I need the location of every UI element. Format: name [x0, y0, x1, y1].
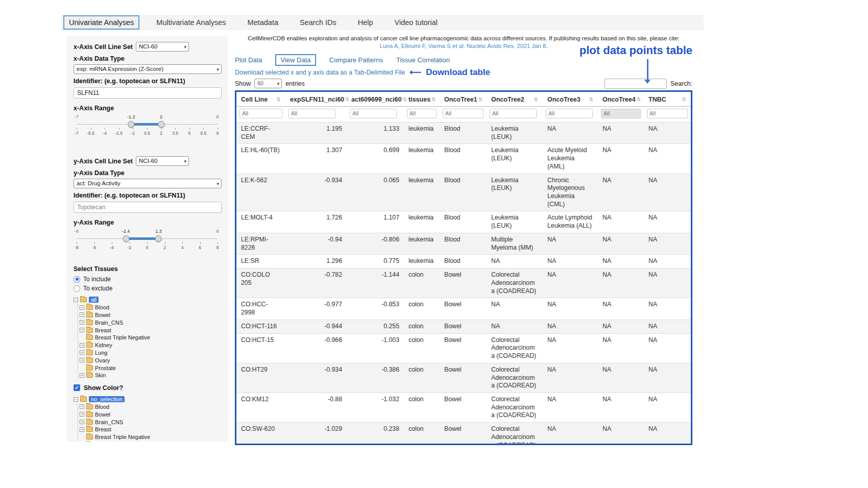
column-header-oncotree3[interactable]: OncoTree3⇅: [543, 92, 598, 107]
column-filter-input-oncotree3[interactable]: [546, 109, 593, 118]
tree-item-skin[interactable]: +Skin: [80, 372, 222, 379]
column-header-act609699-nci60[interactable]: act609699_nci60⇅: [347, 92, 404, 107]
y-range-slider[interactable]: -8-2.41.38-8-6-4-202468: [77, 229, 218, 257]
expand-icon[interactable]: +: [80, 328, 84, 332]
tree-item-brain-cns[interactable]: +Brain_CNS: [80, 319, 222, 326]
column-header-tissues[interactable]: tissues⇅: [404, 92, 440, 107]
table-row[interactable]: LE:RPMI-8226-0.94-0.806leukemiaBloodMult…: [236, 233, 691, 254]
slider-handle[interactable]: [158, 121, 164, 128]
show-color-checkbox-row[interactable]: ✓ Show Color?: [74, 384, 222, 392]
tree-item-breast[interactable]: +Breast: [80, 326, 222, 334]
slider-track[interactable]: [77, 235, 218, 242]
citation-link[interactable]: Luna A, Elloumi F, Varma S et al. Nuclei…: [380, 43, 548, 49]
x-cell-line-set-select[interactable]: NCI-60: [136, 42, 189, 52]
table-row[interactable]: CO:HT29-0.934-0.386colonBowelColorectal …: [236, 363, 691, 393]
column-filter-input-cell-line[interactable]: [239, 109, 282, 118]
table-row[interactable]: CO:COLO 205-0.782-1.144colonBowelColorec…: [236, 269, 691, 298]
sort-icon[interactable]: ⇅: [345, 96, 349, 102]
y-data-type-select[interactable]: act: Drug Activity: [74, 179, 222, 188]
sort-icon[interactable]: ⇅: [277, 96, 281, 102]
table-row[interactable]: LE:MOLT-41.7261.107leukemiaBloodLeukemia…: [236, 211, 691, 233]
table-row[interactable]: LE:K-562-0.9340.065leukemiaBloodLeukemia…: [236, 174, 691, 211]
column-header-oncotree1[interactable]: OncoTree1⇅: [440, 92, 487, 107]
tissue-exclude-radio[interactable]: To exclude: [74, 285, 222, 292]
search-input[interactable]: [605, 79, 667, 89]
expand-icon[interactable]: +: [80, 412, 84, 417]
tree-item-prostate[interactable]: Prostate: [80, 364, 222, 372]
table-row[interactable]: CO:HCC-2998-0.977-0.853colonBowelNANANAN…: [236, 298, 691, 320]
x-identifier-input[interactable]: [74, 87, 222, 99]
nav-tab-video-tutorial[interactable]: Video tutorial: [390, 16, 442, 29]
column-header-cell-line[interactable]: Cell Line⇅: [236, 92, 285, 107]
entries-select[interactable]: 60: [254, 79, 282, 88]
column-filter-input-expslfn11-nci60[interactable]: [288, 109, 335, 118]
column-filter-input-oncotree4[interactable]: [601, 109, 641, 118]
slider-selected-range[interactable]: [126, 237, 159, 240]
tree-root-no-selection[interactable]: −no_selection: [74, 396, 222, 403]
collapse-icon[interactable]: −: [74, 397, 78, 402]
collapse-icon[interactable]: −: [74, 298, 78, 302]
tab-plot-data[interactable]: Plot Data: [235, 55, 262, 65]
tree-item-breast-triple-negative[interactable]: Breast Triple Negative: [80, 334, 222, 341]
sort-icon[interactable]: ⇅: [403, 96, 407, 102]
tab-view-data[interactable]: View Data: [275, 54, 316, 66]
column-filter-input-act609699-nci60[interactable]: [350, 109, 397, 118]
tissue-include-radio[interactable]: To include: [74, 276, 222, 283]
expand-icon[interactable]: +: [80, 343, 84, 348]
column-filter-input-tnbc[interactable]: [647, 109, 688, 118]
download-link[interactable]: Download selected x and y axis data as a…: [235, 69, 405, 76]
tab-tissue-correlation[interactable]: Tissue Correlation: [396, 55, 450, 65]
expand-icon[interactable]: +: [80, 404, 84, 409]
slider-track[interactable]: [77, 120, 218, 128]
expand-icon[interactable]: +: [80, 350, 84, 355]
sort-icon[interactable]: ⇅: [431, 96, 436, 102]
sort-icon[interactable]: ⇅: [637, 96, 641, 102]
sort-icon[interactable]: ⇅: [534, 96, 538, 102]
expand-icon[interactable]: +: [80, 305, 84, 310]
tree-item-bowel[interactable]: +Bowel: [80, 410, 222, 418]
tree-item-lung[interactable]: +Lung: [80, 349, 222, 357]
slider-handle[interactable]: [128, 121, 134, 128]
tree-root-all[interactable]: −all: [74, 296, 222, 304]
slider-selected-range[interactable]: [131, 123, 161, 126]
column-header-tnbc[interactable]: TNBC⇅: [644, 92, 691, 107]
sort-icon[interactable]: ⇅: [589, 96, 593, 102]
expand-icon[interactable]: +: [80, 312, 84, 317]
column-filter-input-tissues[interactable]: [407, 109, 437, 118]
tree-item-kidney[interactable]: +Kidney: [80, 441, 222, 442]
expand-icon[interactable]: +: [80, 420, 84, 424]
column-filter-input-oncotree2[interactable]: [490, 109, 537, 118]
expand-icon[interactable]: +: [80, 320, 84, 325]
sort-icon[interactable]: ⇅: [682, 96, 686, 102]
nav-tab-univariate-analyses[interactable]: Univariate Analyses: [63, 15, 139, 30]
x-range-slider[interactable]: -7-1.228-7-5.5-4-2.5-10.523.556.58: [77, 114, 218, 143]
expand-icon[interactable]: +: [80, 373, 84, 378]
column-header-oncotree4[interactable]: OncoTree4⇅: [598, 92, 644, 107]
tree-item-bowel[interactable]: +Bowel: [80, 311, 222, 319]
y-identifier-input[interactable]: [74, 202, 222, 213]
sort-icon[interactable]: ⇅: [478, 96, 483, 102]
nav-tab-metadata[interactable]: Metadata: [243, 16, 283, 29]
table-row[interactable]: CO:SW-620-1.0290.238colonBowelColorectal…: [236, 423, 691, 445]
tree-item-blood[interactable]: +Blood: [80, 304, 222, 311]
nav-tab-search-ids[interactable]: Search IDs: [295, 16, 341, 29]
table-row[interactable]: LE:SR1.2960.775leukemiaBloodNANANANA: [236, 255, 691, 269]
column-header-expslfn11-nci60[interactable]: expSLFN11_nci60⇅: [285, 92, 347, 107]
y-cell-line-set-select[interactable]: NCI-60: [136, 156, 189, 166]
tree-item-breast[interactable]: +Breast: [80, 426, 222, 433]
column-header-oncotree2[interactable]: OncoTree2⇅: [487, 92, 543, 107]
table-row[interactable]: CO:HCT-116-0.9440.255colonBowelNANANANA: [236, 320, 691, 333]
tree-item-breast-triple-negative[interactable]: Breast Triple Negative: [80, 433, 222, 441]
nav-tab-help[interactable]: Help: [353, 16, 378, 29]
table-row[interactable]: LE:CCRF-CEM1.1951.133leukemiaBloodLeukem…: [236, 122, 691, 143]
tree-item-ovary[interactable]: +Ovary: [80, 356, 222, 364]
expand-icon[interactable]: +: [80, 358, 84, 362]
slider-handle[interactable]: [123, 235, 129, 242]
tree-item-brain-cns[interactable]: +Brain_CNS: [80, 418, 222, 426]
tab-compare-patterns[interactable]: Compare Patterns: [329, 55, 383, 65]
tree-item-blood[interactable]: +Blood: [80, 403, 222, 411]
table-row[interactable]: CO:HCT-15-0.966-1.003colonBowelColorecta…: [236, 333, 691, 363]
expand-icon[interactable]: +: [80, 427, 84, 432]
table-row[interactable]: LE:HL-60(TB)1.3070.699leukemiaBloodLeuke…: [236, 144, 691, 174]
tree-item-kidney[interactable]: +Kidney: [80, 341, 222, 349]
